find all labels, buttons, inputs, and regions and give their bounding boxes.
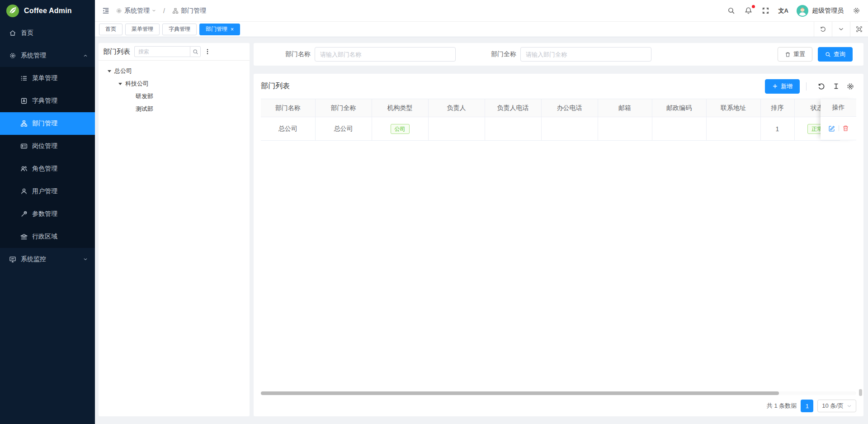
- table-header-row: 部门名称 部门全称 机构类型 负责人 负责人电话 办公电话 邮箱 邮政编码 联系…: [261, 99, 840, 117]
- sidebar-item-dept-mgmt[interactable]: 部门管理: [0, 112, 95, 135]
- chevron-up-icon: [83, 53, 88, 58]
- row-actions: [821, 117, 856, 140]
- delete-icon[interactable]: [842, 125, 849, 132]
- tab-dept-mgmt[interactable]: 部门管理 ×: [199, 24, 240, 35]
- main-content: 部门列表 总公司 科技公司 研发部 测试部 部门名称 部门全称: [95, 37, 868, 424]
- sidebar-item-home[interactable]: 首页: [0, 22, 95, 44]
- close-icon[interactable]: ×: [231, 27, 234, 32]
- sidebar-item-label: 用户管理: [32, 187, 57, 195]
- pagination-total: 共 1 条数据: [767, 402, 797, 410]
- fullscreen-icon[interactable]: [761, 6, 770, 15]
- filter-bar: 部门名称 部门全称 重置 查询: [254, 43, 863, 66]
- chevron-down-icon: [152, 9, 156, 13]
- dictionary-icon: [20, 97, 28, 105]
- dept-fullname-label: 部门全称: [485, 50, 516, 58]
- gear-icon[interactable]: [852, 6, 861, 15]
- row-height-icon[interactable]: [830, 81, 842, 92]
- scrollbar-thumb[interactable]: [261, 391, 779, 395]
- breadcrumb-current[interactable]: 部门管理: [172, 7, 206, 15]
- tree-node[interactable]: 研发部: [99, 90, 250, 103]
- sidebar-item-label: 系统管理: [21, 52, 46, 60]
- kebab-menu-icon[interactable]: [204, 48, 211, 55]
- refresh-icon[interactable]: [816, 81, 827, 92]
- sidebar-item-post-mgmt[interactable]: 岗位管理: [0, 135, 95, 157]
- notification-badge: [752, 5, 755, 8]
- sidebar-item-param-mgmt[interactable]: 参数管理: [0, 203, 95, 225]
- cell-dept-name: 总公司: [261, 117, 315, 141]
- gear-icon[interactable]: [844, 81, 856, 92]
- user-menu[interactable]: 超级管理员: [797, 5, 844, 17]
- tab-dict-mgmt[interactable]: 字典管理: [162, 24, 197, 35]
- col-header: 部门全称: [315, 99, 372, 117]
- sidebar-item-region[interactable]: 行政区域: [0, 225, 95, 248]
- dept-fullname-input[interactable]: [520, 47, 651, 62]
- col-header: 排序: [760, 99, 794, 117]
- sidebar-item-label: 参数管理: [32, 210, 57, 218]
- top-header: 系统管理 / 部门管理 文A 超级管理员: [95, 0, 868, 22]
- chevron-down-icon[interactable]: [832, 22, 850, 37]
- tree-node[interactable]: 测试部: [99, 103, 250, 115]
- username: 超级管理员: [812, 7, 844, 15]
- reset-button[interactable]: 重置: [778, 47, 812, 62]
- col-header: 联系地址: [706, 99, 760, 117]
- page-size-select[interactable]: 10 条/页: [817, 400, 856, 412]
- chevron-down-icon: [847, 404, 852, 409]
- dept-tree-panel: 部门列表 总公司 科技公司 研发部 测试部: [99, 43, 250, 416]
- add-button[interactable]: 新增: [765, 79, 800, 94]
- tree-panel-title: 部门列表: [103, 48, 130, 56]
- sidebar-item-label: 字典管理: [32, 97, 57, 105]
- edit-icon[interactable]: [828, 125, 835, 132]
- sidebar-item-label: 部门管理: [32, 119, 57, 128]
- pagination: 共 1 条数据 1 10 条/页: [767, 400, 856, 412]
- avatar: [797, 5, 808, 17]
- col-header: 部门名称: [261, 99, 315, 117]
- tree-search-input[interactable]: [134, 46, 190, 57]
- sidebar-item-user-mgmt[interactable]: 用户管理: [0, 180, 95, 203]
- cell-leader: [428, 117, 485, 141]
- dept-name-input[interactable]: [315, 47, 456, 62]
- sidebar-item-label: 岗位管理: [32, 142, 57, 150]
- user-icon: [20, 188, 28, 195]
- cell-postcode: [652, 117, 706, 141]
- menu-fold-icon[interactable]: [101, 6, 110, 15]
- tree-search-button[interactable]: [190, 46, 201, 57]
- caret-down-icon[interactable]: [118, 83, 122, 85]
- cell-address: [706, 117, 760, 141]
- sidebar-item-monitor[interactable]: 系统监控: [0, 248, 95, 271]
- translate-icon[interactable]: 文A: [778, 7, 788, 15]
- sidebar-item-menu-mgmt[interactable]: 菜单管理: [0, 67, 95, 90]
- leaf-logo-icon: [6, 4, 19, 18]
- tab-menu-mgmt[interactable]: 菜单管理: [125, 24, 160, 35]
- tree-node[interactable]: 总公司: [99, 65, 250, 77]
- caret-down-icon[interactable]: [108, 70, 111, 72]
- sidebar-item-label: 菜单管理: [32, 74, 57, 82]
- cell-email: [598, 117, 652, 141]
- divider: [839, 125, 839, 131]
- sidebar-item-label: 系统监控: [21, 255, 46, 263]
- col-header: 邮箱: [598, 99, 652, 117]
- bank-icon: [20, 233, 28, 240]
- home-icon: [9, 29, 16, 37]
- search-icon[interactable]: [727, 6, 736, 15]
- maximize-icon[interactable]: [850, 22, 868, 37]
- sidebar-item-dict-mgmt[interactable]: 字典管理: [0, 90, 95, 112]
- vertical-scrollbar-thumb[interactable]: [859, 389, 862, 396]
- sidebar-item-role-mgmt[interactable]: 角色管理: [0, 157, 95, 180]
- search-button[interactable]: 查询: [818, 47, 853, 62]
- tree-node[interactable]: 科技公司: [99, 77, 250, 90]
- page-button-1[interactable]: 1: [801, 400, 813, 412]
- chevron-down-icon: [83, 257, 88, 262]
- bell-icon[interactable]: [744, 6, 753, 15]
- app-logo[interactable]: Coffee Admin: [0, 0, 95, 22]
- tab-bar: 首页 菜单管理 字典管理 部门管理 ×: [95, 22, 868, 37]
- app-title: Coffee Admin: [24, 7, 72, 15]
- refresh-icon[interactable]: [814, 22, 832, 37]
- breadcrumb-separator: /: [163, 7, 165, 14]
- sidebar-item-system[interactable]: 系统管理: [0, 44, 95, 67]
- cell-sort: 1: [760, 117, 794, 141]
- id-badge-icon: [20, 143, 28, 150]
- col-header: 负责人电话: [485, 99, 541, 117]
- tab-home[interactable]: 首页: [99, 24, 123, 35]
- table-card-title: 部门列表: [261, 81, 290, 91]
- breadcrumb-parent[interactable]: 系统管理: [116, 7, 156, 15]
